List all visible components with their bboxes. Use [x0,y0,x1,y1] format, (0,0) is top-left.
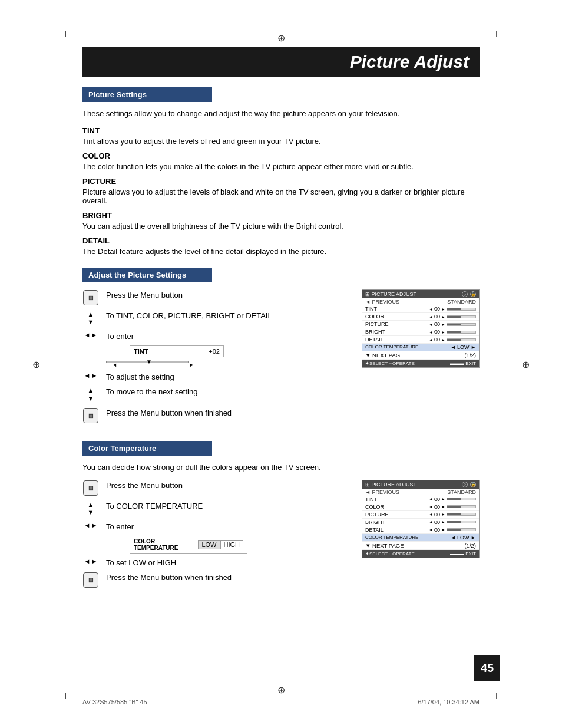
tv-screen-1: ⊞ PICTURE ADJUST ○ 🔒 ◄ PREVIOUS STANDARD… [362,289,480,368]
tv-row-picture-1: PICTURE ◄ 00 ► [362,321,479,328]
right-arrow-2: ► [91,372,98,379]
menu-button-icon-ct2: ▤ [83,572,98,588]
tv-bright-label-1: BRIGHT [365,329,385,335]
tv-row-color-2: COLOR ◄ 00 ► [362,503,479,511]
instr-text-ct-2: To COLOR TEMPERATURE [106,500,344,510]
up-arrow-1: ▲ [88,311,94,318]
tv-bright-right-2: ► [441,520,445,524]
feature-picture: PICTURE Picture allows you to adjust the… [82,177,480,205]
menu-icon-2: ▤ [82,408,99,423]
left-right-arrow-ct-2: ◄ ► [84,558,98,565]
tv-row-detail-2: DETAIL ◄ 00 ► [362,526,479,534]
tv-detail-bar-fill-2 [447,528,476,531]
section-adjust-picture: Adjust the Picture Settings ▤ Press the … [82,268,480,428]
instr-row-2: ▲ ▼ To TINT, COLOR, PICTURE, BRIGHT or D… [82,310,344,326]
tv-footer-left-2: ✦SELECT↔OPERATE [365,551,415,556]
instr-row-4: ◄ ► To adjust the setting [82,371,344,381]
tv-header-icons-1: ○ 🔒 [462,291,476,297]
page-number: 45 [481,661,494,675]
tint-slider-thumb: ▼ [146,358,152,365]
feature-color: COLOR The color function lets you make a… [82,151,480,171]
tv-detail-right-1: ► [441,338,445,342]
menu-word-2: M [141,409,147,417]
right-arrow-ct-2: ► [91,558,98,565]
tint-bar-container: TINT +02 ▼ ◄ ► [106,345,344,368]
tv-footer-1: ✦SELECT↔OPERATE ▬▬▬ EXIT [362,360,479,367]
tv-tint-value-1: 00 [434,306,440,312]
corner-mark-br: | [495,691,497,699]
tv-color-left-2: ◄ [429,505,433,509]
tint-bar-value: +02 [209,348,220,355]
tv-screen1-previous: ◄ PREVIOUS STANDARD [362,298,479,305]
main-content: Picture Adjust Picture Settings These se… [82,47,480,592]
tv-detail-left-2: ◄ [429,528,433,532]
tv-colortemp-label-2: COLOR TEMPERATURE [365,535,418,541]
enu-word-1b: enu [147,291,160,299]
lr-arrow-icon-ct-2: ◄ ► [82,558,99,565]
tv-screen1-header: ⊞ PICTURE ADJUST ○ 🔒 [362,290,479,298]
right-arrow-1: ► [91,331,98,338]
feature-picture-desc: Picture allows you to adjust the levels … [82,187,480,205]
colortemp-low: LOW [198,540,220,549]
tv-color-bar-1: ◄ 00 ► [429,314,476,319]
corner-mark-tr: | [495,29,497,37]
up-down-arrow-2: ▲ ▼ [88,387,94,402]
left-right-arrow-ct-1: ◄ ► [84,522,98,529]
section2-header: Adjust the Picture Settings [82,268,212,282]
tv-tint-left-2: ◄ [429,497,433,501]
lr-arrow-icon-2: ◄ ► [82,372,99,379]
corner-mark-bl: | [65,691,67,699]
tv-detail-right-2: ► [441,528,445,532]
tv-picture-label-1: PICTURE [365,321,389,327]
feature-tint-desc: Tint allows you to adjust the levels of … [82,137,480,146]
tv-icon-circle-2: ○ [462,482,468,487]
tv-row-bright-1: BRIGHT ◄ 00 ► [362,328,479,336]
down-arrow-ct-1: ▼ [88,509,94,516]
tv-detail-left-1: ◄ [429,338,433,342]
tv-tint-left-1: ◄ [429,307,433,311]
tv-bright-label-2: BRIGHT [365,519,385,525]
instr-row-ct-4: ◄ ► To set LOW or HIGH [82,557,344,567]
left-right-arrow-2: ◄ ► [84,372,98,379]
tv-tint-bar-1: ◄ 00 ► [429,306,476,312]
tint-right-arrow: ► [189,362,194,368]
tv-screen2-title: ⊞ PICTURE ADJUST [365,482,416,487]
tv-color-value-1: 00 [434,314,440,319]
feature-picture-name: PICTURE [82,177,480,186]
tint-left-arrow: ◄ [112,362,117,368]
tv-screen2-header: ⊞ PICTURE ADJUST ○ 🔒 [362,480,479,489]
tv-header-icons-2: ○ 🔒 [462,482,476,487]
tv-nextpage-label-2: ▼ NEXT PAGE [365,542,404,549]
tv-detail-bar-fill-1 [447,338,476,341]
up-down-arrow-ct-1: ▲ ▼ [88,501,94,516]
instr-text-2: To TINT, COLOR, PICTURE, BRIGHT or DETAI… [106,310,344,320]
tv-standard-label-2: STANDARD [447,489,476,495]
lr-arrow-icon-ct-1: ◄ ► [82,522,99,529]
section1-intro: These settings allow you to change and a… [82,109,480,118]
page-title-bar: Picture Adjust [82,47,480,77]
left-arrow-2: ◄ [84,372,91,379]
tv-picture-value-2: 00 [434,512,440,518]
tv-detail-label-1: DETAIL [365,337,384,342]
tv-picture-bar-2: ◄ 00 ► [429,512,476,518]
feature-color-name: COLOR [82,151,480,160]
tv-nextpage-label-1: ▼ NEXT PAGE [365,352,404,358]
instr-text-3: To enter [106,331,344,341]
tv-detail-bar-2: ◄ 00 ► [429,527,476,533]
up-arrow-2: ▲ [88,387,94,394]
down-arrow-1: ▼ [88,318,94,326]
tv-tint-value-2: 00 [434,496,440,502]
instr-row-6: ▤ Press the Menu button when finished [82,407,344,423]
feature-tint-name: TINT [82,126,480,135]
up-arrow-ct-1: ▲ [88,501,94,509]
menu-word-1: M [141,291,147,299]
tv-picture-label-2: PICTURE [365,512,389,518]
ud-arrow-icon-ct-1: ▲ ▼ [82,501,99,516]
tv-color-label-1: COLOR [365,314,384,319]
tv-screen2-previous: ◄ PREVIOUS STANDARD [362,489,479,496]
colortemp-bar-container: COLOR TEMPERATURE LOW HIGH [106,536,344,554]
menu-word-ct1: M [141,482,147,490]
tv-picture-bar-fill-2 [447,513,476,516]
tv-picture-left-2: ◄ [429,512,433,516]
colortemp-bar-label: COLOR TEMPERATURE [134,538,198,551]
